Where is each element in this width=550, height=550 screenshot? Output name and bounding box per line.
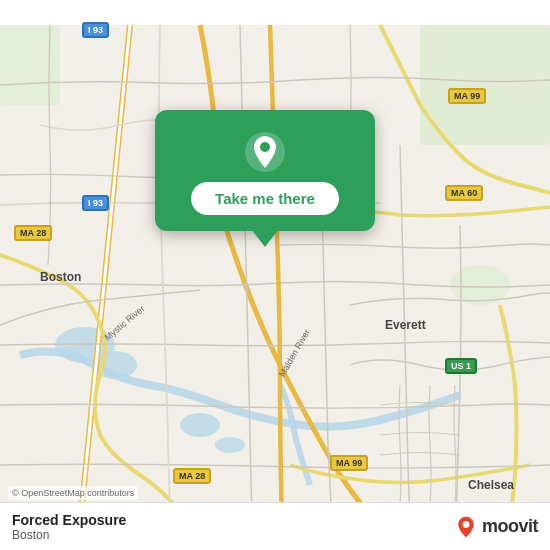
city-label-everett: Everett	[385, 318, 426, 332]
moovit-text: moovit	[482, 516, 538, 537]
svg-point-3	[180, 413, 220, 437]
moovit-logo[interactable]: moovit	[454, 515, 538, 539]
highway-badge-ma28-bottom: MA 28	[173, 468, 211, 484]
location-info: Forced Exposure Boston	[12, 512, 126, 542]
highway-badge-ma99-top: MA 99	[448, 88, 486, 104]
take-me-there-button[interactable]: Take me there	[191, 182, 339, 215]
svg-rect-5	[420, 25, 550, 145]
location-city: Boston	[12, 528, 126, 542]
svg-point-10	[463, 521, 470, 528]
svg-point-4	[215, 437, 245, 453]
highway-badge-i93-top: I 93	[82, 22, 109, 38]
location-pin-icon	[243, 130, 287, 174]
map-svg	[0, 0, 550, 550]
bottom-bar: Forced Exposure Boston moovit	[0, 502, 550, 550]
highway-badge-us1: US 1	[445, 358, 477, 374]
city-label-medford: Boston	[40, 270, 81, 284]
svg-rect-6	[0, 25, 60, 105]
svg-point-9	[260, 142, 270, 152]
map-container: I 93 I 93 MA 28 MA 28 MA 99 MA 60 MA 99 …	[0, 0, 550, 550]
highway-badge-ma60: MA 60	[445, 185, 483, 201]
map-attribution: © OpenStreetMap contributors	[8, 486, 138, 500]
highway-badge-ma28-left: MA 28	[14, 225, 52, 241]
moovit-pin-icon	[454, 515, 478, 539]
popup-card: Take me there	[155, 110, 375, 231]
highway-badge-i93-mid: I 93	[82, 195, 109, 211]
highway-badge-ma99-bottom: MA 99	[330, 455, 368, 471]
city-label-chelsea: Chelsea	[468, 478, 514, 492]
location-name: Forced Exposure	[12, 512, 126, 528]
